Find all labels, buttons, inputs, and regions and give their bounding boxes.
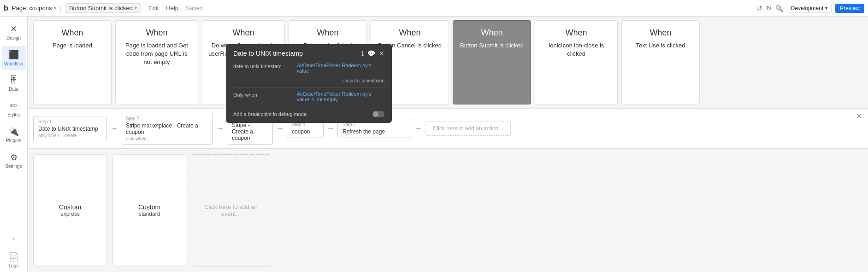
undo-button[interactable]: ↺ — [757, 5, 762, 12]
sidebar-item-settings-label: Settings — [5, 164, 22, 169]
popup-divider — [233, 87, 384, 87]
preview-button[interactable]: Preview — [835, 4, 864, 13]
sidebar-item-workflow-label: Workflow — [4, 61, 23, 66]
popup-icons: ℹ 💬 ✕ — [361, 50, 384, 57]
close-step-x[interactable]: ✕ — [856, 111, 862, 122]
settings-icon: ⚙ — [10, 152, 18, 162]
step-1-label: Step 1 — [38, 119, 102, 124]
sidebar-item-styles-label: Styles — [7, 112, 20, 117]
popup-only-when-label: Only when — [233, 91, 293, 98]
card-title-1: Page is loaded and Get code from page UR… — [121, 41, 192, 67]
event-custom-label-0: Custom — [59, 203, 81, 211]
add-action-box[interactable]: Click here to add an action... — [425, 121, 511, 136]
popup-close-icon[interactable]: ✕ — [379, 50, 384, 57]
event-card-custom-standard[interactable]: Custom standard — [112, 154, 186, 266]
environment-selector[interactable]: Development ▾ — [787, 4, 832, 13]
page-selector[interactable]: Page: coupons ▾ — [12, 5, 56, 12]
sidebar-item-logs-label: Logs — [9, 263, 19, 268]
step-3-title: Stripe - Create a coupon — [232, 122, 268, 141]
workflow-selector[interactable]: Button Submit is clicked ▾ — [65, 3, 141, 13]
popup-only-when-value[interactable]: AirDate/TimePicker Redeem by's value is … — [297, 91, 384, 102]
data-icon: 🗄 — [10, 75, 18, 85]
sidebar-item-logs[interactable]: 📄 Logs — [2, 248, 26, 272]
popup-only-when-row: Only when AirDate/TimePicker Redeem by's… — [233, 91, 384, 102]
card-when-2: When — [232, 28, 254, 38]
help-link[interactable]: Help — [166, 5, 178, 12]
sidebar-item-styles[interactable]: ✏ Styles — [2, 97, 26, 121]
workflow-cards-row: When Page is loaded When Page is loaded … — [28, 17, 868, 109]
sidebar-item-plugins-label: Plugins — [6, 138, 21, 143]
card-title-7: Text Use is clicked — [636, 41, 685, 50]
workflow-label: Button Submit is clicked — [69, 5, 133, 12]
search-icon[interactable]: 🔍 — [775, 5, 783, 12]
styles-icon: ✏ — [10, 101, 17, 111]
popup-breakpoint-toggle[interactable] — [372, 111, 384, 117]
event-custom-sublabel-0: express — [60, 211, 80, 217]
sidebar: ✕ Design ⬛ Workflow 🗄 Data ✏ Styles 🔌 Pl… — [0, 17, 28, 272]
event-custom-label-1: Custom — [138, 203, 160, 211]
page-label: Page: coupons — [12, 5, 52, 12]
step-1-box[interactable]: Step 1 Date to UNIX timestamp only when.… — [33, 116, 107, 141]
popup-title: Date to UNIX timestamp — [233, 50, 303, 57]
step-1-subtitle: only when... delete — [38, 133, 102, 138]
popup-breakpoint-label: Add a breakpoint in debug mode — [233, 111, 307, 117]
saved-status: Saved — [186, 5, 203, 12]
sidebar-expand-icon[interactable]: › — [12, 234, 15, 243]
content-area: When Page is loaded When Page is loaded … — [28, 17, 868, 272]
sidebar-item-workflow[interactable]: ⬛ Workflow — [2, 46, 26, 70]
arrow-5: → — [411, 124, 425, 133]
arrow-3: → — [273, 124, 287, 133]
step-2-title: Stripe marketplace - Create a coupon — [126, 122, 208, 135]
popup-header: Date to UNIX timestamp ℹ 💬 ✕ — [233, 50, 384, 57]
design-icon: ✕ — [10, 24, 17, 34]
popup-field-row: date to unix timestam AirDate/TimePicker… — [233, 63, 384, 74]
page-dropdown-arrow: ▾ — [54, 6, 56, 11]
workflow-card-ionic-close[interactable]: When IonicIcon ion-close is clicked — [535, 20, 618, 104]
add-event-card[interactable]: Click here to add an event... — [192, 154, 270, 266]
events-area: Custom express Custom standard Click her… — [28, 149, 868, 272]
step-4-title: coupon — [292, 128, 319, 135]
popup-show-docs[interactable]: show documentation — [233, 78, 384, 83]
sidebar-item-plugins[interactable]: 🔌 Plugins — [2, 123, 26, 147]
topbar-actions: Edit Help Saved — [148, 5, 203, 12]
redo-button[interactable]: ↻ — [766, 5, 772, 12]
event-card-custom-express[interactable]: Custom express — [33, 154, 107, 266]
popup-comment-icon[interactable]: 💬 — [367, 50, 375, 57]
card-title-0: Page is loaded — [53, 41, 92, 50]
env-arrow: ▾ — [825, 6, 827, 11]
sidebar-item-design[interactable]: ✕ Design — [2, 20, 26, 44]
sidebar-item-settings[interactable]: ⚙ Settings — [2, 149, 26, 173]
edit-link[interactable]: Edit — [148, 5, 159, 12]
workflow-dropdown-arrow: ▾ — [135, 6, 137, 11]
workflow-card-text-use[interactable]: When Text Use is clicked — [621, 20, 700, 104]
environment-label: Development — [791, 5, 824, 12]
date-unix-popup: Date to UNIX timestamp ℹ 💬 ✕ date to uni… — [226, 44, 392, 123]
step-1-title: Date to UNIX timestamp — [38, 126, 102, 132]
sidebar-item-data[interactable]: 🗄 Data — [2, 72, 26, 95]
workflow-card-page-loaded-url[interactable]: When Page is loaded and Get code from pa… — [115, 20, 198, 104]
sidebar-item-design-label: Design — [6, 35, 21, 41]
logo: b — [4, 4, 8, 12]
workflow-card-button-submit[interactable]: When Button Submit is clicked — [453, 20, 531, 104]
workflow-icon: ⬛ — [9, 50, 19, 60]
card-when-1: When — [146, 28, 167, 38]
step-2-subtitle: only when... — [126, 136, 208, 141]
popup-breakpoint-row: Add a breakpoint in debug mode — [233, 111, 384, 117]
event-custom-sublabel-1: standard — [139, 211, 160, 217]
main-layout: ✕ Design ⬛ Workflow 🗄 Data ✏ Styles 🔌 Pl… — [0, 17, 868, 272]
arrow-4: → — [324, 124, 337, 133]
popup-divider-2 — [233, 107, 384, 107]
step-2-label: Step 2 — [126, 116, 208, 121]
popup-field-value[interactable]: AirDate/TimePicker Redeem by's value — [297, 63, 384, 74]
card-when-6: When — [565, 28, 587, 38]
card-when-7: When — [650, 28, 671, 38]
topbar: b Page: coupons ▾ | Button Submit is cli… — [0, 0, 868, 17]
logs-icon: 📄 — [9, 252, 19, 262]
step-2-box[interactable]: Step 2 Stripe marketplace - Create a cou… — [121, 113, 213, 145]
steps-area: ✕ Step 1 Date to UNIX timestamp only whe… — [28, 109, 868, 149]
popup-field-label: date to unix timestam — [233, 63, 293, 69]
workflow-card-page-loaded[interactable]: When Page is loaded — [33, 20, 112, 104]
step-5-title: Refresh the page — [342, 128, 406, 135]
popup-info-icon[interactable]: ℹ — [361, 50, 364, 57]
arrow-2: → — [213, 124, 227, 133]
